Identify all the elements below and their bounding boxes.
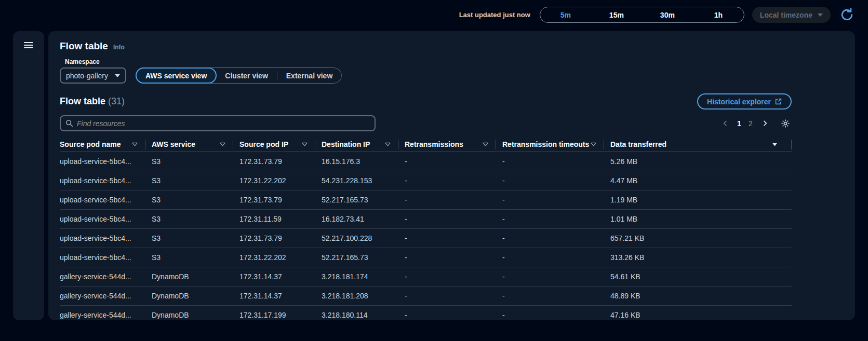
time-range-5m[interactable]: 5m: [540, 7, 591, 22]
table-cell: gallery-service-544d...: [60, 267, 152, 286]
table-row: upload-service-5bc4...S3172.31.73.7916.1…: [60, 152, 792, 171]
table-cell: gallery-service-544d...: [60, 305, 152, 320]
filter-caret-icon: [384, 141, 391, 148]
info-link[interactable]: Info: [113, 44, 125, 51]
table-title: Flow table(31): [60, 96, 125, 107]
column-header-aws-service[interactable]: AWS service: [152, 138, 239, 152]
namespace-label: Namespace: [65, 58, 126, 65]
table-cell: -: [405, 190, 502, 209]
table-cell: DynamoDB: [152, 305, 239, 320]
chevron-down-icon: [115, 74, 120, 77]
filter-caret-icon: [301, 141, 308, 148]
chevron-left-icon: [722, 119, 729, 127]
table-cell: 5.26 MB: [610, 152, 792, 171]
view-tab-cluster-view[interactable]: Cluster view: [216, 67, 276, 84]
table-cell: DynamoDB: [152, 267, 239, 286]
view-tab-aws-service-view[interactable]: AWS service view: [136, 67, 217, 84]
search-icon: [65, 119, 73, 127]
column-header-source-pod-name[interactable]: Source pod name: [60, 138, 152, 152]
previous-page-button[interactable]: [719, 117, 731, 130]
sort-control[interactable]: [771, 141, 778, 148]
table-cell: -: [502, 228, 610, 248]
table-cell: 172.31.14.37: [239, 267, 322, 286]
historical-explorer-button[interactable]: Historical explorer: [697, 93, 792, 110]
column-header-retransmission-timeouts[interactable]: Retransmission timeouts: [502, 138, 610, 152]
table-cell: upload-service-5bc4...: [60, 228, 152, 248]
table-cell: 48.89 KB: [610, 286, 792, 305]
table-preferences-button[interactable]: [779, 117, 792, 130]
table-cell: upload-service-5bc4...: [60, 152, 152, 171]
table-cell: -: [502, 286, 610, 305]
table-cell: -: [502, 190, 610, 209]
table-cell: 172.31.22.202: [239, 171, 322, 190]
column-header-destination-ip[interactable]: Destination IP: [322, 138, 405, 152]
table-cell: upload-service-5bc4...: [60, 209, 152, 228]
table-cell: 172.31.22.202: [239, 248, 322, 267]
table-cell: 16.15.176.3: [322, 152, 405, 171]
table-cell: 16.182.73.41: [322, 209, 405, 228]
sort-descending-icon: [771, 141, 778, 148]
table-row: upload-service-5bc4...S3172.31.22.20254.…: [60, 171, 792, 190]
filter-control[interactable]: [384, 141, 391, 148]
column-header-data-transferred[interactable]: Data transferred: [610, 138, 792, 152]
table-cell: -: [502, 171, 610, 190]
table-tools-row: 12: [60, 115, 792, 131]
timezone-select[interactable]: Local timezone: [752, 7, 831, 23]
table-cell: -: [502, 305, 610, 320]
filter-caret-icon: [219, 141, 226, 148]
hamburger-icon: [24, 42, 33, 43]
filter-control[interactable]: [301, 141, 308, 148]
time-range-15m[interactable]: 15m: [591, 7, 642, 22]
table-cell: 3.218.180.114: [322, 305, 405, 320]
time-range-30m[interactable]: 30m: [642, 7, 693, 22]
table-row: gallery-service-544d...DynamoDB172.31.17…: [60, 305, 792, 320]
page-1-button[interactable]: 1: [733, 117, 745, 130]
table-cell: 313.26 KB: [610, 248, 792, 267]
table-cell: -: [405, 248, 502, 267]
table-cell: 172.31.73.79: [239, 228, 322, 248]
table-cell: -: [405, 267, 502, 286]
table-cell: 52.217.100.228: [322, 228, 405, 248]
filter-caret-icon: [131, 141, 138, 148]
table-cell: 52.217.165.73: [322, 248, 405, 267]
table-cell: 172.31.17.199: [239, 305, 322, 320]
table-cell: 4.47 MB: [610, 171, 792, 190]
filter-control[interactable]: [590, 141, 597, 148]
column-header-source-pod-ip[interactable]: Source pod IP: [239, 138, 322, 152]
filter-control[interactable]: [482, 141, 489, 148]
table-cell: 172.31.73.79: [239, 190, 322, 209]
table-cell: S3: [152, 228, 239, 248]
page-2-button[interactable]: 2: [745, 117, 756, 130]
table-cell: gallery-service-544d...: [60, 286, 152, 305]
filter-control[interactable]: [219, 141, 226, 148]
next-page-button[interactable]: [758, 117, 771, 130]
table-cell: 54.61 KB: [610, 267, 792, 286]
view-tab-external-view[interactable]: External view: [277, 67, 342, 84]
column-header-retransmissions[interactable]: Retransmissions: [405, 138, 502, 152]
table-cell: -: [405, 286, 502, 305]
page-title: Flow table: [60, 40, 108, 52]
chevron-right-icon: [761, 119, 769, 127]
table-cell: 3.218.181.208: [322, 286, 405, 305]
table-cell: 52.217.165.73: [322, 190, 405, 209]
page-header: Flow table Info: [60, 40, 792, 52]
table-cell: upload-service-5bc4...: [60, 190, 152, 209]
column-label: Destination IP: [322, 140, 370, 148]
table-cell: 1.01 MB: [610, 209, 792, 228]
menu-toggle-button[interactable]: [24, 42, 33, 48]
column-label: AWS service: [152, 140, 195, 148]
namespace-select[interactable]: photo-gallery: [60, 67, 126, 84]
search-input[interactable]: [77, 119, 370, 128]
controls-row: Namespace photo-gallery AWS service view…: [60, 58, 792, 84]
table-cell: -: [405, 209, 502, 228]
topbar: Last updated just now 5m15m30m1h Local t…: [0, 0, 868, 30]
time-range-1h[interactable]: 1h: [693, 7, 744, 22]
refresh-button[interactable]: [838, 7, 855, 23]
timezone-label: Local timezone: [760, 11, 812, 19]
table-cell: 3.218.181.174: [322, 267, 405, 286]
table-cell: -: [405, 228, 502, 248]
chevron-down-icon: [818, 13, 823, 17]
filter-control[interactable]: [131, 141, 138, 148]
last-updated-text: Last updated just now: [459, 11, 530, 19]
external-link-icon: [775, 98, 782, 105]
